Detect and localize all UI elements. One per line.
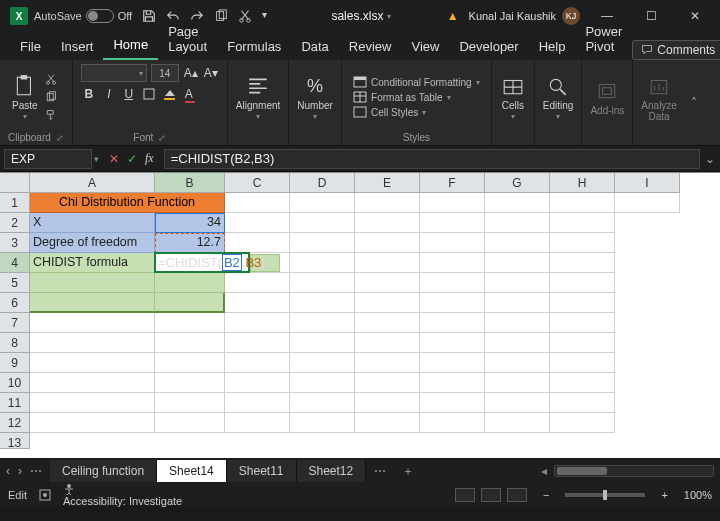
macro-record-icon[interactable] <box>39 489 51 501</box>
cell[interactable] <box>30 413 155 433</box>
number-button[interactable]: % Number ▾ <box>297 73 333 121</box>
tab-data[interactable]: Data <box>291 33 338 60</box>
collapse-ribbon-button[interactable]: ˄ <box>685 60 703 145</box>
cell[interactable] <box>355 213 420 233</box>
cell[interactable] <box>155 313 225 333</box>
cell[interactable] <box>355 253 420 273</box>
row-head[interactable]: 13 <box>0 433 30 449</box>
copy-button[interactable] <box>42 90 60 104</box>
view-page-break-icon[interactable] <box>507 488 527 502</box>
view-normal-icon[interactable] <box>455 488 475 502</box>
cell[interactable] <box>420 233 485 253</box>
row-head[interactable]: 3 <box>0 233 30 253</box>
cell[interactable] <box>225 273 290 293</box>
cell[interactable] <box>155 273 225 293</box>
cell[interactable] <box>420 353 485 373</box>
row-headers[interactable]: 1 2 3 4 5 6 7 8 9 10 11 12 13 <box>0 193 30 449</box>
increase-font-icon[interactable]: A▴ <box>183 65 199 81</box>
row-head[interactable]: 2 <box>0 213 30 233</box>
cell[interactable] <box>355 393 420 413</box>
cell[interactable]: X <box>30 213 155 233</box>
cell[interactable] <box>485 313 550 333</box>
cell[interactable] <box>420 193 485 213</box>
select-all-corner[interactable] <box>0 173 30 193</box>
cell[interactable] <box>290 333 355 353</box>
format-painter-button[interactable] <box>42 108 60 122</box>
cell[interactable] <box>290 413 355 433</box>
cell[interactable] <box>485 213 550 233</box>
cancel-formula-icon[interactable]: ✕ <box>109 152 119 166</box>
cell[interactable] <box>30 333 155 353</box>
cell[interactable] <box>550 273 615 293</box>
cell[interactable] <box>225 313 290 333</box>
cell[interactable] <box>485 293 550 313</box>
cell[interactable] <box>420 213 485 233</box>
formula-input[interactable]: =CHIDIST(B2,B3) <box>164 149 700 169</box>
column-headers[interactable]: A B C D E F G H I <box>30 173 720 193</box>
font-name-select[interactable]: ▾ <box>81 64 147 82</box>
decrease-font-icon[interactable]: A▾ <box>203 65 219 81</box>
cell[interactable] <box>290 193 355 213</box>
sheet-tab[interactable]: Sheet11 <box>227 460 297 482</box>
cell[interactable] <box>420 293 485 313</box>
tab-file[interactable]: File <box>10 33 51 60</box>
sheet-next-icon[interactable]: › <box>18 464 22 478</box>
cell[interactable] <box>550 253 615 273</box>
title-dropdown-icon[interactable]: ▾ <box>387 12 391 21</box>
accessibility-status[interactable]: Accessibility: Investigate <box>63 483 182 507</box>
dialog-launcher-icon[interactable]: ⤢ <box>56 133 64 143</box>
cell[interactable] <box>355 273 420 293</box>
cell[interactable]: Degree of freedom <box>30 233 155 253</box>
cell[interactable] <box>420 393 485 413</box>
cell[interactable] <box>420 253 485 273</box>
cell[interactable] <box>290 273 355 293</box>
cell[interactable] <box>485 353 550 373</box>
cell[interactable] <box>30 293 155 313</box>
sheet-tab[interactable]: Sheet14 <box>157 460 227 482</box>
tab-page-layout[interactable]: Page Layout <box>158 18 217 60</box>
cell[interactable] <box>485 333 550 353</box>
close-button[interactable]: ✕ <box>678 2 712 30</box>
cell[interactable] <box>485 273 550 293</box>
cell[interactable] <box>550 193 615 213</box>
cell[interactable] <box>155 413 225 433</box>
cell[interactable]: 12.7 <box>155 233 225 253</box>
fill-color-button[interactable] <box>161 86 177 102</box>
cells-button[interactable]: Cells▾ <box>500 73 526 121</box>
cell[interactable] <box>355 373 420 393</box>
view-page-layout-icon[interactable] <box>481 488 501 502</box>
cell[interactable] <box>485 373 550 393</box>
cell[interactable] <box>30 273 155 293</box>
scroll-left-icon[interactable]: ◂ <box>541 464 547 478</box>
col-head-b[interactable]: B <box>155 173 225 193</box>
zoom-out-button[interactable]: − <box>539 489 553 501</box>
paste-button[interactable]: Paste ▾ <box>12 73 38 121</box>
row-head[interactable]: 9 <box>0 353 30 373</box>
cell[interactable] <box>355 413 420 433</box>
tab-help[interactable]: Help <box>529 33 576 60</box>
col-head-c[interactable]: C <box>225 173 290 193</box>
tab-review[interactable]: Review <box>339 33 402 60</box>
sheet-list-icon[interactable]: ⋯ <box>30 464 42 478</box>
fx-icon[interactable]: fx <box>145 151 154 166</box>
cell[interactable] <box>30 353 155 373</box>
cell[interactable] <box>290 353 355 373</box>
cell[interactable] <box>355 333 420 353</box>
cell[interactable] <box>615 193 680 213</box>
cell[interactable] <box>290 233 355 253</box>
zoom-in-button[interactable]: + <box>657 489 671 501</box>
cell[interactable] <box>30 313 155 333</box>
col-head-e[interactable]: E <box>355 173 420 193</box>
cell-styles-button[interactable]: Cell Styles▾ <box>353 106 480 118</box>
cell[interactable] <box>550 233 615 253</box>
col-head-f[interactable]: F <box>420 173 485 193</box>
row-head[interactable]: 10 <box>0 373 30 393</box>
cell[interactable] <box>30 393 155 413</box>
cell[interactable]: 34 <box>155 213 225 233</box>
spreadsheet-grid[interactable]: A B C D E F G H I 1 2 3 4 5 6 7 8 9 10 1… <box>0 172 720 458</box>
cell[interactable] <box>355 193 420 213</box>
cell[interactable] <box>420 273 485 293</box>
cell[interactable] <box>290 293 355 313</box>
cut-button[interactable] <box>42 72 60 86</box>
cell[interactable] <box>550 353 615 373</box>
